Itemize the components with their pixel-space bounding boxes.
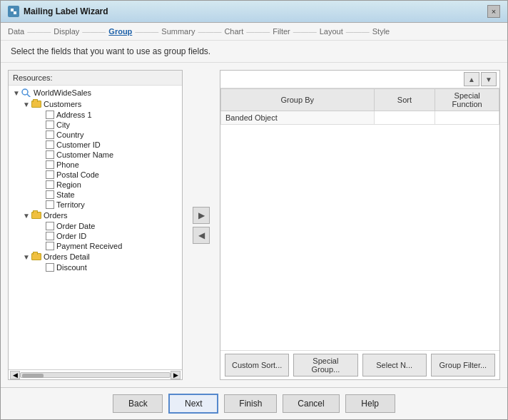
checkbox-discount[interactable] — [46, 263, 54, 272]
step-layout[interactable]: Layout — [320, 27, 343, 36]
select-n-button[interactable]: Select N... — [362, 354, 427, 377]
orders-label: Orders — [44, 211, 68, 220]
step-style[interactable]: Style — [372, 27, 390, 36]
checkbox-postalcode[interactable] — [46, 170, 54, 179]
add-field-button[interactable]: ▶ — [193, 207, 210, 224]
tree-item-orderid[interactable]: Order ID — [9, 231, 182, 241]
tree-group-ordersdetail[interactable]: ▼ Orders Detail — [9, 251, 182, 262]
table-row[interactable]: Banded Object — [221, 111, 499, 125]
window-icon — [8, 6, 19, 17]
tree-group-customers[interactable]: ▼ Customers — [9, 98, 182, 110]
next-button[interactable]: Next — [168, 394, 218, 414]
remove-field-button[interactable]: ◀ — [193, 227, 210, 244]
checkbox-orderdate[interactable] — [46, 222, 54, 230]
reorder-buttons: ▲ ▼ — [220, 71, 499, 88]
label-postalcode: Postal Code — [56, 170, 99, 179]
checkbox-orderid[interactable] — [46, 232, 54, 240]
tree-item-customername[interactable]: Customer Name — [9, 150, 182, 160]
customers-label: Customers — [44, 100, 81, 108]
resources-label: Resources: — [9, 71, 182, 86]
checkbox-state[interactable] — [46, 190, 54, 199]
tree-item-phone[interactable]: Phone — [9, 160, 182, 170]
toggle-orders[interactable]: ▼ — [21, 210, 31, 220]
group-by-table: Group By Sort Special Function Banded Ob… — [220, 88, 499, 125]
toggle-customers[interactable]: ▼ — [21, 99, 31, 109]
help-button[interactable]: Help — [345, 394, 395, 413]
table-action-buttons: Custom Sort... Special Group... Select N… — [220, 350, 499, 379]
label-discount: Discount — [56, 263, 87, 272]
checkbox-region[interactable] — [46, 180, 54, 189]
transfer-arrows: ▶ ◀ — [190, 70, 213, 380]
tree-item-address1[interactable]: Address 1 — [9, 110, 182, 120]
label-customerid: Customer ID — [56, 140, 101, 149]
tree-item-paymentreceived[interactable]: Payment Received — [9, 241, 182, 251]
step-summary[interactable]: Summary — [161, 27, 195, 36]
cell-special — [435, 111, 499, 125]
tree-item-postalcode[interactable]: Postal Code — [9, 170, 182, 180]
checkbox-country[interactable] — [46, 130, 54, 139]
scroll-thumb[interactable] — [22, 374, 44, 378]
tree-item-customerid[interactable]: Customer ID — [9, 140, 182, 150]
col-header-sort: Sort — [374, 89, 435, 111]
label-country: Country — [56, 130, 84, 139]
tree-item-country[interactable]: Country — [9, 130, 182, 140]
checkbox-paymentreceived[interactable] — [46, 242, 54, 250]
tree-area[interactable]: ▼ WorldWideSales ▼ Customers — [9, 86, 182, 369]
checkbox-customername[interactable] — [46, 150, 54, 159]
checkbox-phone[interactable] — [46, 160, 54, 169]
step-chart[interactable]: Chart — [224, 27, 243, 36]
folder-icon-ordersdetail — [31, 253, 41, 260]
group-filter-button[interactable]: Group Filter... — [431, 354, 495, 377]
label-city: City — [56, 121, 70, 129]
tree-root[interactable]: ▼ WorldWideSales — [9, 87, 182, 98]
step-filter[interactable]: Filter — [273, 27, 290, 36]
tree-item-discount[interactable]: Discount — [9, 262, 182, 272]
tree-group-orders[interactable]: ▼ Orders — [9, 210, 182, 221]
label-address1: Address 1 — [56, 111, 92, 119]
svg-rect-1 — [14, 11, 16, 14]
title-bar-left: Mailing Label Wizard — [8, 6, 108, 17]
col-header-special: Special Function — [435, 89, 499, 111]
cancel-button[interactable]: Cancel — [283, 394, 339, 413]
search-icon — [21, 88, 31, 97]
checkbox-city[interactable] — [46, 121, 54, 129]
move-down-button[interactable]: ▼ — [481, 72, 497, 86]
wizard-steps: Data ——— Display ——— Group ——— Summary —… — [1, 23, 507, 41]
label-paymentreceived: Payment Received — [56, 242, 122, 250]
checkbox-customerid[interactable] — [46, 140, 54, 149]
custom-sort-button[interactable]: Custom Sort... — [225, 354, 289, 377]
special-group-button[interactable]: Special Group... — [293, 354, 357, 377]
finish-button[interactable]: Finish — [224, 394, 277, 413]
tree-root-label: WorldWideSales — [34, 88, 91, 97]
horizontal-scrollbar[interactable]: ◀ ▶ — [9, 369, 182, 379]
move-up-button[interactable]: ▲ — [464, 72, 479, 86]
scroll-left-btn[interactable]: ◀ — [10, 371, 20, 379]
footer-buttons: Back Next Finish Cancel Help — [1, 387, 507, 419]
toggle-root[interactable]: ▼ — [11, 88, 21, 98]
tree-item-state[interactable]: State — [9, 190, 182, 200]
cell-group-by: Banded Object — [221, 111, 375, 125]
checkbox-address1[interactable] — [46, 111, 54, 119]
label-state: State — [56, 190, 75, 199]
tree-item-region[interactable]: Region — [9, 180, 182, 190]
step-display[interactable]: Display — [54, 27, 79, 36]
label-phone: Phone — [56, 160, 79, 169]
svg-point-2 — [22, 89, 28, 95]
step-data[interactable]: Data — [8, 27, 24, 36]
tree-item-orderdate[interactable]: Order Date — [9, 221, 182, 231]
close-button[interactable]: × — [487, 5, 500, 18]
scroll-track[interactable] — [20, 372, 171, 378]
tree-item-city[interactable]: City — [9, 120, 182, 130]
toggle-ordersdetail[interactable]: ▼ — [21, 252, 31, 262]
label-region: Region — [56, 180, 81, 189]
tree-item-territory[interactable]: Territory — [9, 200, 182, 210]
label-orderid: Order ID — [56, 232, 86, 240]
main-content: Resources: ▼ WorldWideSales ▼ Customers — [1, 63, 507, 387]
back-button[interactable]: Back — [113, 394, 163, 413]
scroll-right-btn[interactable]: ▶ — [171, 371, 181, 379]
window-title: Mailing Label Wizard — [24, 6, 108, 16]
step-group[interactable]: Group — [108, 27, 132, 36]
col-header-group-by: Group By — [221, 89, 375, 111]
checkbox-territory[interactable] — [46, 200, 54, 209]
svg-rect-0 — [11, 9, 14, 11]
